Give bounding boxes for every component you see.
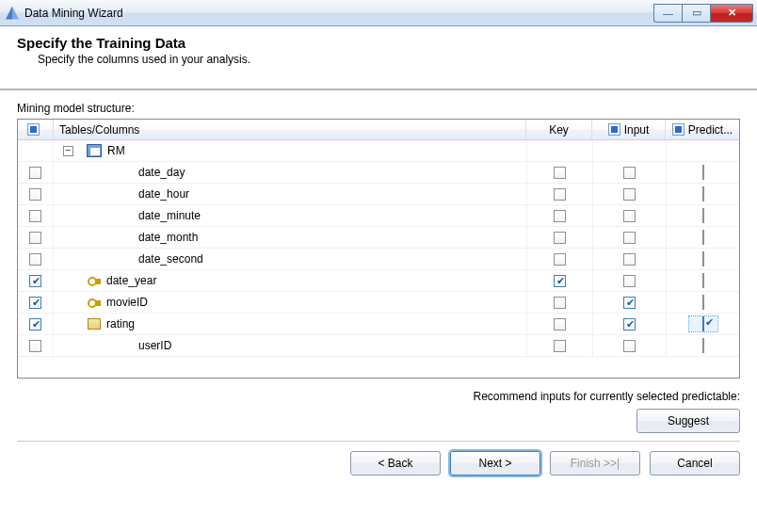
recommend-label: Recommend inputs for currently selected … — [17, 390, 740, 403]
key-icon — [88, 296, 101, 309]
grid-label: Mining model structure: — [17, 102, 740, 115]
row-select-checkbox[interactable] — [29, 340, 41, 352]
key-checkbox[interactable] — [554, 340, 566, 352]
grid-header-input[interactable]: Input — [592, 120, 666, 139]
key-checkbox[interactable] — [554, 275, 566, 287]
grid-row[interactable]: date_year — [18, 270, 739, 292]
grid-header-predict[interactable]: Predict... — [666, 120, 739, 139]
mining-structure-grid: Tables/Columns Key Input Predict... − RM… — [17, 119, 740, 379]
grid-row[interactable]: date_hour — [18, 184, 739, 205]
column-name: rating — [106, 317, 135, 330]
app-icon — [6, 7, 19, 20]
select-all-checkbox[interactable] — [27, 123, 40, 136]
row-select-checkbox[interactable] — [29, 275, 41, 287]
predict-checkbox[interactable] — [702, 165, 704, 180]
cancel-button[interactable]: Cancel — [650, 451, 740, 476]
grid-header-select[interactable] — [18, 120, 54, 139]
row-select-checkbox[interactable] — [29, 210, 41, 222]
expand-toggle-icon[interactable]: − — [63, 146, 73, 156]
column-icon — [88, 318, 101, 330]
column-name: date_year — [106, 274, 156, 287]
grid-row[interactable]: date_day — [18, 162, 739, 184]
grid-row[interactable]: date_month — [18, 227, 739, 249]
input-checkbox[interactable] — [623, 297, 636, 309]
predict-checkbox[interactable] — [702, 186, 704, 202]
input-checkbox[interactable] — [623, 275, 636, 287]
table-icon — [87, 144, 102, 157]
predict-checkbox[interactable] — [702, 338, 704, 353]
column-name: movieID — [106, 296, 148, 309]
wizard-buttons: < Back Next > Finish >>| Cancel — [0, 451, 757, 489]
key-checkbox[interactable] — [554, 253, 566, 266]
root-name: RM — [107, 144, 125, 157]
back-button[interactable]: < Back — [350, 451, 441, 476]
grid-row[interactable]: date_minute — [18, 205, 739, 227]
input-checkbox[interactable] — [623, 340, 636, 352]
grid-header-main[interactable]: Tables/Columns — [54, 120, 526, 139]
close-button[interactable]: ✕ — [710, 4, 753, 23]
row-select-checkbox[interactable] — [29, 253, 41, 266]
column-name: date_second — [138, 252, 203, 266]
column-name: date_hour — [138, 187, 189, 201]
input-checkbox[interactable] — [623, 253, 636, 266]
finish-button: Finish >>| — [550, 451, 640, 476]
window-controls: — ▭ ✕ — [653, 4, 753, 23]
page-title: Specify the Training Data — [17, 35, 740, 51]
divider — [17, 441, 740, 442]
grid-row[interactable]: date_second — [18, 249, 739, 270]
grid-row-root[interactable]: − RM — [18, 140, 739, 162]
column-name: date_month — [138, 231, 198, 244]
grid-row[interactable]: userID — [18, 335, 739, 357]
grid-header-key[interactable]: Key — [526, 120, 592, 139]
predict-checkbox[interactable] — [702, 208, 704, 223]
grid-header: Tables/Columns Key Input Predict... — [18, 120, 739, 140]
key-checkbox[interactable] — [554, 167, 566, 179]
predict-checkbox[interactable] — [702, 273, 704, 288]
key-icon — [88, 274, 101, 287]
maximize-button[interactable]: ▭ — [682, 4, 710, 23]
next-button[interactable]: Next > — [450, 451, 540, 476]
predict-checkbox[interactable] — [702, 316, 704, 331]
predict-checkbox[interactable] — [702, 230, 704, 245]
titlebar: Data Mining Wizard — ▭ ✕ — [0, 0, 757, 26]
predict-checkbox[interactable] — [702, 251, 704, 266]
input-checkbox[interactable] — [623, 318, 636, 330]
row-select-checkbox[interactable] — [29, 188, 41, 201]
key-checkbox[interactable] — [554, 210, 566, 222]
row-select-checkbox[interactable] — [29, 167, 41, 179]
header-input-checkbox[interactable] — [608, 123, 620, 136]
row-select-checkbox[interactable] — [29, 232, 41, 244]
column-name: userID — [138, 339, 171, 352]
input-checkbox[interactable] — [623, 210, 636, 222]
grid-row[interactable]: movieID — [18, 292, 739, 314]
key-checkbox[interactable] — [554, 188, 566, 201]
minimize-button[interactable]: — — [653, 4, 682, 23]
input-checkbox[interactable] — [623, 167, 636, 179]
predict-checkbox[interactable] — [702, 295, 704, 310]
column-name: date_minute — [138, 209, 201, 222]
grid-row[interactable]: rating — [18, 314, 739, 335]
row-select-checkbox[interactable] — [29, 297, 41, 309]
header-decoration — [644, 26, 757, 90]
input-checkbox[interactable] — [623, 232, 636, 244]
suggest-button[interactable]: Suggest — [636, 409, 740, 433]
header-predict-checkbox[interactable] — [672, 123, 685, 136]
key-checkbox[interactable] — [554, 232, 566, 244]
page-subtitle: Specify the columns used in your analysi… — [38, 53, 740, 66]
key-checkbox[interactable] — [554, 297, 566, 309]
key-checkbox[interactable] — [554, 318, 566, 330]
row-select-checkbox[interactable] — [29, 318, 41, 330]
input-checkbox[interactable] — [623, 188, 636, 201]
wizard-header: Specify the Training Data Specify the co… — [0, 26, 757, 90]
window-title: Data Mining Wizard — [24, 7, 123, 20]
column-name: date_day — [138, 166, 185, 179]
